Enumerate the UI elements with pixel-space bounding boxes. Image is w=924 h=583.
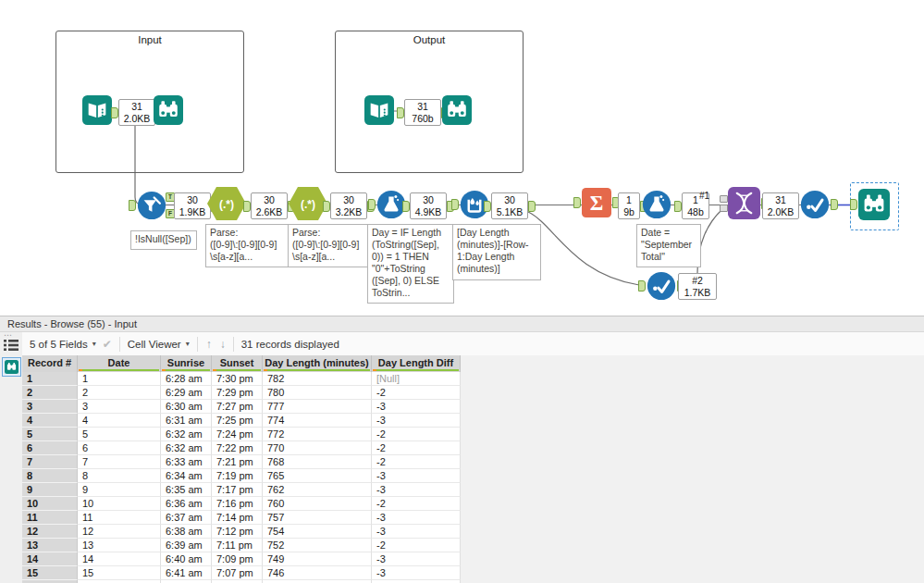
table-cell[interactable]: -2 — [372, 386, 461, 400]
connection-anchor-icon[interactable] — [402, 201, 410, 212]
filter-tool[interactable]: T F — [137, 191, 166, 220]
table-cell[interactable]: 762 — [263, 483, 372, 497]
table-cell[interactable]: -3 — [372, 414, 461, 428]
regex-tool[interactable]: (.*) — [206, 186, 247, 221]
connection-label[interactable]: 30 1.9KB — [174, 192, 211, 219]
table-cell[interactable]: 6:39 am — [161, 539, 212, 552]
table-cell[interactable]: 7:24 pm — [212, 428, 263, 441]
table-cell[interactable]: 14 — [78, 552, 161, 566]
table-cell[interactable]: 13 — [78, 539, 161, 552]
table-cell[interactable]: -3 — [372, 566, 461, 580]
table-cell[interactable]: 754 — [263, 525, 372, 539]
table-row[interactable]: 446:31 am7:25 pm774-3 — [22, 414, 461, 428]
row-number-cell[interactable]: 6 — [22, 441, 78, 455]
column-header[interactable]: Sunrise — [161, 355, 212, 372]
table-cell[interactable]: -2 — [372, 539, 461, 552]
table-cell[interactable]: 772 — [263, 428, 372, 441]
input-anchor-icon[interactable] — [129, 200, 136, 211]
summarize-tool[interactable]: Σ — [582, 188, 611, 217]
tool-annotation[interactable]: [Day Length (minutes)]-[Row- 1:Day Lengt… — [452, 224, 541, 280]
tool-annotation[interactable]: !IsNull([Sep]) — [130, 230, 197, 250]
table-cell[interactable]: 757 — [263, 511, 372, 525]
column-header[interactable]: Record # — [22, 355, 78, 372]
input-anchor-icon[interactable] — [368, 199, 376, 210]
apply-check-icon[interactable]: ✔ — [103, 338, 112, 351]
table-row[interactable]: 12126:38 am7:12 pm754-3 — [22, 525, 461, 539]
table-cell[interactable]: 11 — [78, 511, 161, 525]
input-anchor-icon[interactable] — [720, 205, 728, 212]
table-row[interactable]: 10106:36 am7:16 pm760-2 — [22, 497, 461, 511]
row-number-cell[interactable]: 9 — [22, 483, 78, 497]
chevron-down-icon[interactable]: ▾ — [92, 340, 96, 348]
table-cell[interactable]: 6:29 am — [161, 386, 212, 400]
row-number-cell[interactable]: 3 — [22, 400, 78, 414]
row-number-cell[interactable]: 4 — [22, 414, 78, 428]
formula-tool[interactable] — [642, 190, 671, 219]
connection-label[interactable]: 1 9b — [618, 192, 640, 219]
table-cell[interactable]: 7:22 pm — [212, 441, 263, 455]
table-cell[interactable]: 10 — [78, 497, 161, 511]
connection-label[interactable]: 30 2.6KB — [251, 192, 288, 219]
row-number-cell[interactable]: 1 — [22, 372, 78, 386]
input-anchor-icon[interactable] — [720, 195, 728, 203]
connection-label[interactable]: 30 4.9KB — [410, 192, 447, 219]
browse-tool[interactable] — [442, 95, 472, 125]
table-cell[interactable]: 7:21 pm — [212, 455, 263, 469]
table-cell[interactable]: 765 — [263, 469, 372, 483]
cell-viewer-dropdown[interactable]: Cell Viewer — [128, 339, 181, 350]
table-cell[interactable]: 6:33 am — [161, 455, 212, 469]
table-cell[interactable]: -2 — [372, 455, 461, 469]
output-anchor-icon[interactable] — [831, 199, 838, 210]
fields-dropdown[interactable]: 5 of 5 Fields — [30, 339, 88, 350]
table-cell[interactable]: -3 — [372, 511, 461, 525]
up-arrow-icon[interactable]: ↑ — [206, 338, 212, 351]
connection-anchor-icon[interactable] — [674, 201, 682, 212]
connection-anchor-icon[interactable] — [111, 107, 118, 118]
output-data-tool[interactable] — [364, 95, 394, 125]
select-tool[interactable] — [800, 190, 830, 219]
tool-annotation[interactable]: Day = IF Length (ToString([Sep], 0)) = 1… — [367, 224, 454, 304]
table-cell[interactable]: -3 — [372, 525, 461, 539]
table-cell[interactable]: 752 — [263, 539, 372, 552]
input-anchor-icon[interactable] — [850, 199, 857, 210]
row-number-cell[interactable]: 14 — [22, 552, 78, 566]
table-cell[interactable]: 7:11 pm — [212, 539, 263, 552]
table-cell[interactable]: 6:32 am — [161, 441, 212, 455]
table-cell[interactable]: -2 — [372, 428, 461, 441]
union-tool[interactable] — [728, 187, 760, 219]
table-row[interactable]: 15156:41 am7:07 pm746-3 — [22, 566, 461, 580]
connection-label[interactable]: 31 760b — [404, 99, 441, 126]
table-cell[interactable]: 6:30 am — [161, 400, 212, 414]
table-cell[interactable]: 9 — [78, 483, 161, 497]
table-cell[interactable]: 6:31 am — [161, 414, 212, 428]
column-header[interactable]: Day Length Diff — [372, 355, 461, 372]
connection-label[interactable]: 30 3.2KB — [330, 192, 367, 219]
column-header[interactable]: Sunset — [212, 355, 263, 372]
table-cell[interactable]: 749 — [263, 552, 372, 566]
table-cell[interactable]: 3 — [78, 400, 161, 414]
input-anchor-icon[interactable] — [573, 197, 581, 208]
connection-anchor-icon[interactable] — [484, 201, 491, 212]
table-row[interactable]: 11116:37 am7:14 pm757-3 — [22, 511, 461, 525]
table-cell[interactable]: 7:09 pm — [212, 552, 263, 566]
tool-annotation[interactable]: Date = "September Total" — [636, 224, 701, 267]
table-row[interactable]: 226:29 am7:29 pm780-2 — [22, 386, 461, 400]
browse-tool[interactable] — [154, 95, 183, 125]
row-number-cell[interactable]: 10 — [22, 497, 78, 511]
connection-anchor-icon[interactable] — [397, 107, 404, 118]
table-cell[interactable]: 6:40 am — [161, 552, 212, 566]
table-cell[interactable]: 15 — [78, 566, 161, 580]
table-cell[interactable]: 2 — [78, 386, 161, 400]
table-cell[interactable]: 7 — [78, 455, 161, 469]
select-tool[interactable] — [647, 271, 676, 301]
table-cell[interactable]: 4 — [78, 414, 161, 428]
table-cell[interactable]: 6:36 am — [161, 497, 212, 511]
table-row[interactable]: 116:28 am7:30 pm782[Null] — [22, 372, 461, 386]
table-cell[interactable]: 6:34 am — [161, 469, 212, 483]
row-number-cell[interactable]: 5 — [22, 428, 78, 441]
table-cell[interactable]: 780 — [263, 386, 372, 400]
table-row[interactable]: 886:34 am7:19 pm765-3 — [22, 469, 461, 483]
input-data-tool[interactable] — [82, 95, 112, 125]
table-cell[interactable]: 770 — [263, 441, 372, 455]
connection-label[interactable]: 31 2.0KB — [118, 99, 155, 126]
